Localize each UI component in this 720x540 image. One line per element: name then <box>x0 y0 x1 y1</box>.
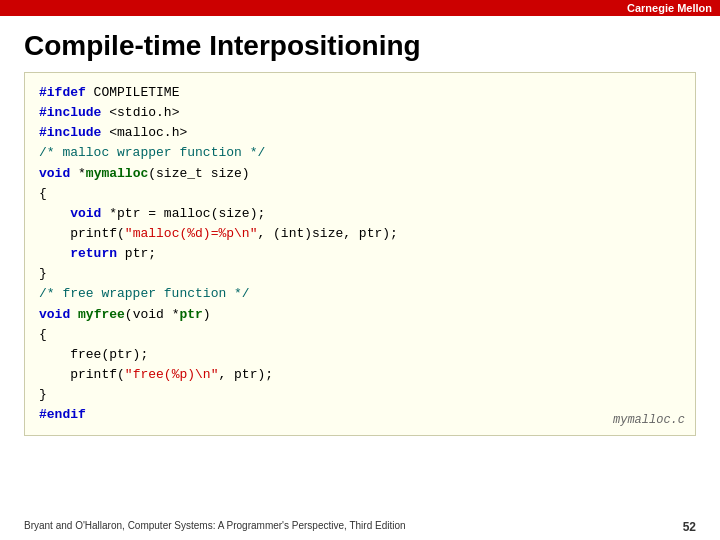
slide-content: Compile-time Interpositioning #ifdef COM… <box>0 16 720 446</box>
code-line: { <box>39 325 681 345</box>
code-line: { <box>39 184 681 204</box>
filename-label: mymalloc.c <box>613 411 685 430</box>
footer-citation: Bryant and O'Hallaron, Computer Systems:… <box>24 520 406 534</box>
footer: Bryant and O'Hallaron, Computer Systems:… <box>0 520 720 534</box>
code-line: free(ptr); <box>39 345 681 365</box>
code-line: } <box>39 385 681 405</box>
code-line: #endif <box>39 405 681 425</box>
code-line: } <box>39 264 681 284</box>
code-line: #include <stdio.h> <box>39 103 681 123</box>
code-line: return ptr; <box>39 244 681 264</box>
slide-title: Compile-time Interpositioning <box>24 30 696 62</box>
code-box: #ifdef COMPILETIME#include <stdio.h>#inc… <box>24 72 696 436</box>
university-name: Carnegie Mellon <box>627 2 712 14</box>
header-bar: Carnegie Mellon <box>0 0 720 16</box>
code-line: #include <malloc.h> <box>39 123 681 143</box>
code-line: printf("malloc(%d)=%p\n", (int)size, ptr… <box>39 224 681 244</box>
code-line: void *mymalloc(size_t size) <box>39 164 681 184</box>
code-line: /* free wrapper function */ <box>39 284 681 304</box>
code-line: void myfree(void *ptr) <box>39 305 681 325</box>
code-line: void *ptr = malloc(size); <box>39 204 681 224</box>
code-line: printf("free(%p)\n", ptr); <box>39 365 681 385</box>
code-line: #ifdef COMPILETIME <box>39 83 681 103</box>
code-line: /* malloc wrapper function */ <box>39 143 681 163</box>
footer-page-number: 52 <box>683 520 696 534</box>
